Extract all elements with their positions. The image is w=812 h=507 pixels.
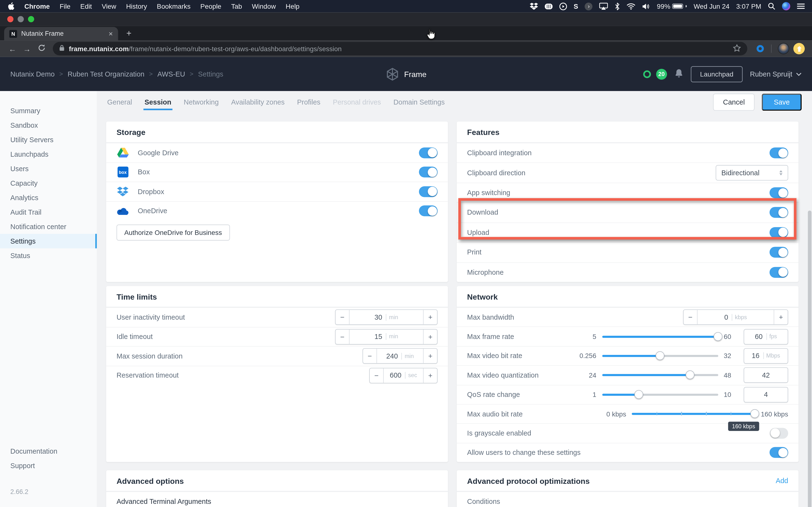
notification-center-icon[interactable]: [797, 3, 805, 9]
tab-availability-zones[interactable]: Availability zones: [230, 98, 286, 106]
forward-button[interactable]: →: [19, 44, 34, 53]
battery-indicator[interactable]: 99%: [657, 2, 687, 10]
microphone-toggle[interactable]: [769, 267, 788, 278]
tab-networking[interactable]: Networking: [183, 98, 220, 106]
decrement-button[interactable]: −: [684, 310, 698, 325]
slider-track[interactable]: [602, 355, 718, 357]
extension-icon[interactable]: [757, 45, 764, 52]
increment-button[interactable]: +: [423, 329, 437, 344]
sidebar-item-status[interactable]: Status: [0, 248, 97, 263]
sidebar-item-analytics[interactable]: Analytics: [0, 190, 97, 205]
decrement-button[interactable]: −: [336, 310, 350, 325]
s-app-icon[interactable]: S: [574, 2, 578, 10]
slider-track[interactable]: [602, 336, 718, 338]
clipboard-integration-toggle[interactable]: [769, 148, 788, 158]
print-toggle[interactable]: [769, 247, 788, 258]
status-ring-icon[interactable]: [643, 70, 651, 78]
zoom-window-button[interactable]: [28, 16, 34, 22]
menu-history[interactable]: History: [126, 2, 147, 10]
dropbox-status-icon[interactable]: [530, 3, 538, 10]
qos-rate-change-input[interactable]: 4: [744, 387, 788, 402]
bookmark-star-icon[interactable]: [733, 44, 741, 54]
slider-track[interactable]: [602, 394, 718, 396]
app-switching-toggle[interactable]: [769, 187, 788, 198]
clipboard-direction-select[interactable]: Bidirectional: [716, 165, 788, 181]
increment-button[interactable]: +: [423, 310, 437, 325]
menu-help[interactable]: Help: [286, 2, 299, 10]
menu-edit[interactable]: Edit: [80, 2, 92, 10]
scrollbar-thumb[interactable]: [808, 211, 812, 507]
close-window-button[interactable]: [7, 16, 13, 22]
browser-update-icon[interactable]: [794, 43, 805, 54]
launchpad-button[interactable]: Launchpad: [691, 66, 743, 82]
slider-knob[interactable]: [751, 409, 759, 418]
dropbox-toggle[interactable]: [419, 186, 438, 197]
menu-file[interactable]: File: [60, 2, 70, 10]
max-video-bit-rate-input[interactable]: 16Mbps: [744, 348, 788, 363]
tab-session[interactable]: Session: [144, 98, 172, 106]
conditions-row[interactable]: Conditions: [457, 492, 799, 507]
volume-icon[interactable]: [642, 3, 650, 10]
reload-button[interactable]: [34, 44, 49, 53]
box-toggle[interactable]: [419, 167, 438, 178]
menu-bookmarks[interactable]: Bookmarks: [157, 2, 191, 10]
download-toggle[interactable]: [769, 207, 788, 218]
max-video-quantization-input[interactable]: 42: [744, 368, 788, 383]
sidebar-item-audit-trail[interactable]: Audit Trail: [0, 205, 97, 219]
max-frame-rate-input[interactable]: 60fps: [744, 329, 788, 344]
breadcrumb-cloud-account[interactable]: AWS-EU: [157, 70, 185, 78]
minimize-window-button[interactable]: [18, 16, 24, 22]
active-sessions-badge[interactable]: 20: [656, 68, 667, 79]
slider-track[interactable]: 160 kbps: [632, 413, 755, 415]
increment-button[interactable]: +: [423, 368, 437, 383]
breadcrumb-organization[interactable]: Ruben Test Organization: [68, 70, 145, 78]
sidebar-item-settings[interactable]: Settings: [0, 234, 97, 248]
sidebar-link-documentation[interactable]: Documentation: [0, 444, 97, 458]
sidebar-item-sandbox[interactable]: Sandbox: [0, 118, 97, 132]
menu-chrome[interactable]: Chrome: [24, 2, 50, 10]
page-scrollbar[interactable]: [807, 182, 812, 507]
slider-track[interactable]: [602, 374, 718, 376]
slider-knob[interactable]: [713, 332, 722, 341]
cancel-button[interactable]: Cancel: [713, 94, 755, 111]
airplay-icon[interactable]: [599, 3, 608, 10]
slider-knob[interactable]: [635, 390, 643, 399]
breadcrumb-account[interactable]: Nutanix Demo: [10, 70, 55, 78]
authorize-onedrive-button[interactable]: Authorize OneDrive for Business: [116, 224, 230, 240]
menu-window[interactable]: Window: [252, 2, 276, 10]
browser-tab[interactable]: N Nutanix Frame ×: [4, 27, 118, 40]
back-button[interactable]: ←: [5, 44, 19, 53]
sidebar-link-support[interactable]: Support: [0, 458, 97, 473]
decrement-button[interactable]: −: [363, 349, 377, 363]
upload-toggle[interactable]: [769, 227, 788, 238]
bluetooth-icon[interactable]: [615, 2, 620, 10]
sidebar-item-summary[interactable]: Summary: [0, 104, 97, 118]
sidebar-item-notification-center[interactable]: Notification center: [0, 219, 97, 234]
save-button[interactable]: Save: [762, 94, 802, 111]
close-tab-icon[interactable]: ×: [109, 30, 113, 38]
decrement-button[interactable]: −: [370, 368, 384, 383]
menu-people[interactable]: People: [200, 2, 221, 10]
decrement-button[interactable]: −: [336, 329, 350, 344]
record-circle-icon[interactable]: [559, 2, 567, 10]
siri-icon[interactable]: [782, 2, 790, 10]
apple-icon[interactable]: [7, 2, 14, 10]
url-bar[interactable]: frame.nutanix.com/frame/nutanix-demo/rub…: [53, 42, 748, 56]
wifi-icon[interactable]: [627, 3, 636, 10]
new-tab-button[interactable]: +: [126, 29, 132, 39]
sidebar-item-utility-servers[interactable]: Utility Servers: [0, 132, 97, 147]
keyboard-viewer-icon[interactable]: [545, 3, 552, 9]
tab-profiles[interactable]: Profiles: [296, 98, 321, 106]
browser-profile-avatar[interactable]: [778, 43, 789, 54]
advanced-terminal-arguments-row[interactable]: Advanced Terminal Arguments: [106, 492, 448, 507]
menu-bar-date[interactable]: Wed Jun 24: [694, 2, 729, 10]
increment-button[interactable]: +: [773, 310, 788, 325]
user-menu[interactable]: Ruben Spruijt: [750, 70, 802, 78]
tab-general[interactable]: General: [106, 98, 133, 106]
increment-button[interactable]: +: [423, 349, 437, 363]
menu-bar-time[interactable]: 3:07 PM: [736, 2, 761, 10]
allow-user-changes-toggle[interactable]: [769, 447, 788, 458]
grayscale-toggle[interactable]: [769, 428, 788, 439]
menu-view[interactable]: View: [102, 2, 116, 10]
menu-tab[interactable]: Tab: [231, 2, 242, 10]
